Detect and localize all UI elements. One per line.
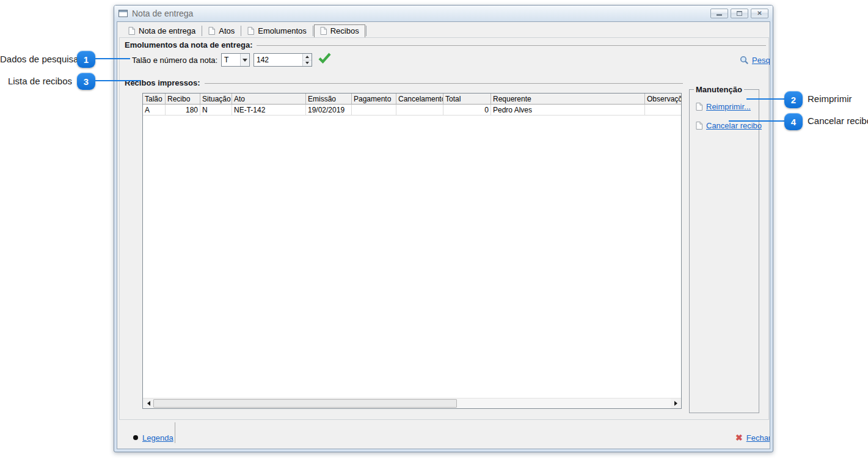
legenda-label: Legenda	[142, 433, 173, 442]
tab-recibos[interactable]: Recibos	[314, 24, 365, 38]
cell-situacao: N	[200, 105, 232, 116]
search-row: Talão e número da nota: T 142	[132, 53, 766, 67]
reimprimir-link[interactable]: Reimprimir...	[696, 102, 751, 111]
close-button[interactable]: ✕	[751, 9, 768, 18]
scroll-left-icon	[145, 401, 150, 406]
titlebar[interactable]: Nota de entrega ✕	[114, 6, 773, 21]
tab-separator	[313, 26, 313, 36]
combo-dropdown-button[interactable]	[240, 54, 249, 66]
tab-label: Recibos	[330, 26, 359, 35]
search-group-title: Emolumentos da nota de entrega:	[125, 40, 252, 50]
spinner-up-icon	[305, 54, 309, 58]
col-talao[interactable]: Talão	[143, 94, 166, 105]
page-icon	[128, 27, 135, 35]
cell-observacoes	[645, 105, 682, 116]
minimize-icon	[717, 14, 722, 16]
page-icon	[696, 103, 702, 111]
col-pagamento[interactable]: Pagamento	[352, 94, 396, 105]
col-observacoes[interactable]: Observações	[645, 94, 682, 105]
callout-line-3	[95, 80, 141, 81]
tab-label: Emolumentos	[258, 26, 306, 35]
cell-total: 0	[443, 105, 491, 116]
cell-talao: A	[143, 105, 166, 116]
col-cancelamento[interactable]: Cancelamento	[396, 94, 443, 105]
callout-label-reimprimir: Reimprimir	[808, 94, 852, 105]
col-requerente[interactable]: Requerente	[491, 94, 645, 105]
window-content: Nota de entrega Atos Emolumentos Recibos…	[117, 21, 770, 449]
page-icon	[696, 122, 702, 130]
cell-requerente: Pedro Alves	[491, 105, 645, 116]
callout-label-cancelar-recibo: Cancelar recibo	[808, 116, 868, 127]
fechar-label: Fechar	[746, 433, 770, 442]
table-row[interactable]: A 180 N NE-T-142 19/02/2019 0 Pedro Alve…	[143, 105, 682, 116]
scroll-right-button[interactable]	[671, 398, 681, 408]
callout-label-dados-de-pesquisa: Dados de pesquisa	[0, 54, 72, 65]
close-icon: ✕	[757, 10, 762, 17]
receipts-table[interactable]: Talão Recibo Situação Ato Emissão Pagame…	[142, 93, 682, 409]
scrollbar-thumb[interactable]	[153, 399, 457, 408]
tab-label: Nota de entrega	[139, 26, 195, 35]
callout-line-2	[746, 98, 784, 100]
tab-separator	[366, 26, 367, 36]
footer-divider	[175, 422, 175, 443]
legenda-link[interactable]: Legenda	[133, 431, 173, 444]
tab-separator	[241, 26, 241, 36]
cell-recibo: 180	[166, 105, 200, 116]
callout-line-1	[95, 58, 130, 59]
talao-value: T	[222, 56, 240, 64]
receipts-group-header: Recibos impressos:	[125, 78, 683, 87]
scroll-left-button[interactable]	[143, 398, 153, 408]
group-rule	[205, 83, 683, 84]
callout-label-lista-de-recibos: Lista de recibos	[0, 76, 72, 87]
window-nota-de-entrega: Nota de entrega ✕ Nota de entrega Atos E…	[114, 5, 773, 452]
cell-ato: NE-T-142	[232, 105, 306, 116]
col-emissao[interactable]: Emissão	[306, 94, 352, 105]
scroll-right-icon	[674, 401, 680, 406]
valid-check-icon	[318, 52, 332, 67]
tab-atos[interactable]: Atos	[203, 24, 240, 38]
col-situacao[interactable]: Situação	[200, 94, 232, 105]
chevron-down-icon	[243, 59, 247, 64]
horizontal-scrollbar[interactable]	[143, 398, 681, 408]
numero-nota-spinner[interactable]: 142	[253, 53, 312, 67]
fechar-link[interactable]: ✖ Fechar	[735, 431, 770, 444]
tab-strip: Nota de entrega Atos Emolumentos Recibos	[123, 24, 367, 38]
window-title: Nota de entrega	[132, 9, 193, 18]
group-rule	[257, 45, 766, 46]
cell-cancelamento	[396, 105, 443, 116]
talao-numero-label: Talão e número da nota:	[132, 56, 217, 65]
maximize-button[interactable]	[731, 9, 748, 18]
tab-nota-de-entrega[interactable]: Nota de entrega	[123, 24, 201, 38]
table-header-row: Talão Recibo Situação Ato Emissão Pagame…	[143, 94, 682, 105]
cancelar-recibo-link[interactable]: Cancelar recibo	[696, 121, 762, 130]
cancelar-recibo-label: Cancelar recibo	[706, 121, 762, 130]
col-total[interactable]: Total	[443, 94, 491, 105]
close-x-icon: ✖	[735, 433, 743, 442]
minimize-button[interactable]	[710, 9, 728, 18]
talao-combobox[interactable]: T	[221, 53, 250, 67]
reimprimir-label: Reimprimir...	[706, 102, 751, 111]
cell-pagamento	[352, 105, 396, 116]
callout-badge-4: 4	[784, 113, 803, 130]
tab-emolumentos[interactable]: Emolumentos	[242, 24, 312, 38]
spinner-down-icon	[305, 62, 309, 66]
window-icon	[119, 10, 128, 17]
callout-badge-3: 3	[77, 73, 95, 90]
col-recibo[interactable]: Recibo	[166, 94, 200, 105]
callout-badge-2: 2	[784, 91, 803, 108]
tab-label: Atos	[219, 26, 235, 35]
callout-badge-1: 1	[77, 51, 95, 68]
manutencao-title: Manutenção	[694, 85, 744, 94]
spinner-down-button[interactable]	[303, 60, 312, 67]
manutencao-groupbox: Manutenção Reimprimir... Cancelar recibo	[689, 89, 759, 413]
spinner-up-button[interactable]	[303, 54, 312, 60]
page-icon	[208, 27, 215, 35]
maximize-icon	[737, 11, 742, 16]
pesquisar-link[interactable]: Pesquisar	[740, 53, 770, 67]
bullet-icon	[133, 435, 138, 440]
cell-emissao: 19/02/2019	[306, 105, 352, 116]
pesquisar-label: Pesquisar	[752, 56, 770, 65]
search-group-header: Emolumentos da nota de entrega:	[125, 40, 766, 50]
page-icon	[320, 27, 327, 35]
col-ato[interactable]: Ato	[232, 94, 306, 105]
